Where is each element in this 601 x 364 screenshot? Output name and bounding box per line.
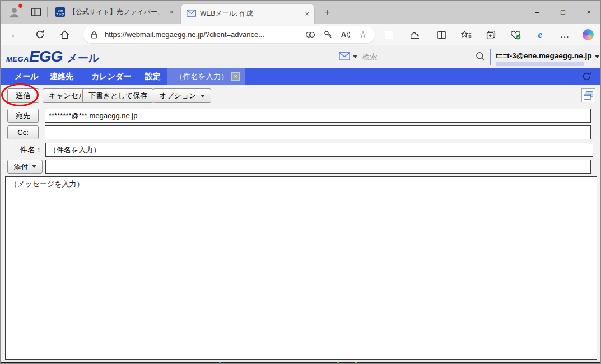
collections-icon[interactable] <box>484 29 497 41</box>
search-icon[interactable] <box>476 52 485 61</box>
compose-tab-close-icon[interactable]: × <box>231 72 240 81</box>
maximize-button[interactable]: □ <box>550 1 576 24</box>
ie-mode-icon[interactable]: e <box>534 29 546 41</box>
read-aloud-icon[interactable]: A <box>340 29 352 41</box>
split-screen-icon[interactable] <box>435 29 448 41</box>
to-button[interactable]: 宛先 <box>7 109 39 123</box>
compose-tab[interactable]: （件名を入力） × <box>167 68 245 85</box>
tab-title: 【公式サイト】光ファイバー、インターネ <box>69 7 164 17</box>
header-separator <box>490 49 491 65</box>
to-input[interactable] <box>45 109 591 123</box>
back-button[interactable]: ← <box>8 24 22 45</box>
nav-calendar[interactable]: カレンダー <box>91 68 131 85</box>
search-input[interactable] <box>361 50 470 63</box>
refresh-button[interactable] <box>33 24 46 45</box>
password-key-icon[interactable] <box>322 29 334 41</box>
favorite-star-icon[interactable]: ☆ <box>357 29 369 41</box>
copilot-icon[interactable] <box>582 29 594 41</box>
cc-input[interactable] <box>45 125 591 139</box>
send-button[interactable]: 送信 <box>7 88 39 103</box>
favorites-hub-icon[interactable] <box>460 29 472 41</box>
megaegg-logo: MEGAEGGメール <box>6 48 99 66</box>
compose-toolbar: 送信 キャンセル 下書きとして保存 オプション <box>1 85 601 105</box>
notification-dot-icon <box>18 3 23 8</box>
nav-contacts[interactable]: 連絡先 <box>50 68 73 85</box>
url-text[interactable]: https://webmail.megaegg.ne.jp/?client=ad… <box>105 30 304 39</box>
search-scope-mail-icon[interactable] <box>339 52 350 60</box>
taskbar-sliver <box>1 362 601 364</box>
attach-button[interactable]: 添付 <box>7 160 43 174</box>
tab-actions-menu-icon[interactable] <box>31 7 41 17</box>
new-tab-button[interactable]: + <box>320 6 334 19</box>
extensions-icon[interactable] <box>408 29 420 41</box>
window-controls: – □ × <box>524 1 601 24</box>
tab-title: WEBメール: 作成 <box>200 9 300 18</box>
megaegg-favicon-icon: メガエッグ <box>55 7 65 17</box>
address-bar[interactable]: https://webmail.megaegg.ne.jp/?client=ad… <box>83 26 375 43</box>
close-window-button[interactable]: × <box>576 1 601 24</box>
browser-tab-webmail-compose[interactable]: WEBメール: 作成 × <box>181 4 314 24</box>
attach-caret-icon <box>32 165 36 168</box>
settings-more-icon[interactable]: … <box>558 29 571 41</box>
compose-tab-label: （件名を入力） <box>175 72 231 82</box>
webmail-navbar: メール 連絡先 カレンダー 設定 （件名を入力） × <box>1 68 601 85</box>
nav-settings[interactable]: 設定 <box>145 68 161 85</box>
detach-window-button[interactable] <box>581 88 595 102</box>
mail-envelope-favicon-icon <box>187 9 196 18</box>
webmail-refresh-icon[interactable] <box>582 72 591 81</box>
tab-close-icon[interactable]: × <box>164 8 179 16</box>
attachments-input[interactable] <box>45 160 591 174</box>
browser-essentials-icon[interactable] <box>509 29 521 41</box>
link-rings-icon[interactable] <box>304 29 316 41</box>
subject-label: 件名： <box>7 143 43 157</box>
account-menu[interactable]: t==t-3@ene.megaegg.ne.jp <box>496 52 594 60</box>
webmail-header: MEGAEGGメール t==t-3@ene.megaegg.ne.jp <box>1 45 601 68</box>
cc-button[interactable]: Cc: <box>7 125 39 139</box>
account-underline <box>496 62 584 66</box>
cascade-windows-icon <box>583 91 594 100</box>
site-lock-icon[interactable] <box>88 29 100 41</box>
profile-avatar-icon[interactable] <box>7 4 22 20</box>
tab-close-icon[interactable]: × <box>300 10 314 18</box>
account-caret-icon <box>595 55 599 58</box>
search-scope-caret-icon[interactable] <box>353 55 357 58</box>
message-body-input[interactable]: （メッセージを入力） <box>5 176 597 360</box>
browser-toolbar: ← https://webmail.megaegg.ne.jp/?client=… <box>1 24 601 45</box>
options-caret-icon <box>201 95 205 97</box>
save-draft-button[interactable]: 下書きとして保存 <box>82 88 153 103</box>
home-button[interactable] <box>58 24 71 45</box>
extension-blank-icon[interactable] <box>383 29 395 41</box>
account-email: t==t-3@ene.megaegg.ne.jp <box>496 52 591 60</box>
minimize-button[interactable]: – <box>524 1 550 24</box>
browser-window: メガエッグ 【公式サイト】光ファイバー、インターネ × WEBメール: 作成 ×… <box>0 0 601 364</box>
toolbar-separator <box>427 30 427 40</box>
browser-tab-megaegg-site[interactable]: メガエッグ 【公式サイト】光ファイバー、インターネ × <box>50 1 179 24</box>
titlebar-separator <box>47 7 48 17</box>
browser-titlebar: メガエッグ 【公式サイト】光ファイバー、インターネ × WEBメール: 作成 ×… <box>1 1 601 24</box>
subject-input[interactable] <box>45 143 593 157</box>
nav-mail[interactable]: メール <box>15 68 39 85</box>
options-button[interactable]: オプション <box>153 88 211 103</box>
